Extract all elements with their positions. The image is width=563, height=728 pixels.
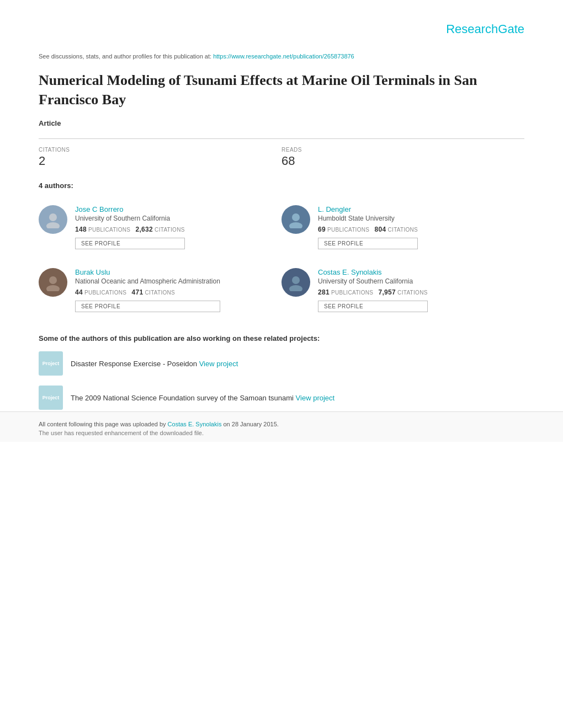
svg-point-4 [49,276,57,284]
author-avatar-3 [39,268,67,297]
project-link-2[interactable]: View project [296,394,335,402]
see-profile-btn-3[interactable]: SEE PROFILE [75,301,220,312]
author-avatar-4 [282,268,310,297]
footer-uploaded-by: All content following this page was uplo… [39,421,166,427]
citations-block: CITATIONS 2 [39,147,282,168]
project-item-1: Project Disaster Response Exercise - Pos… [39,351,524,376]
author-info-2: L. Dengler Humboldt State University 69 … [318,205,418,249]
author-institution-3: National Oceanic and Atmospheric Adminis… [75,277,220,285]
project-text-1: Disaster Response Exercise - Poseidon Vi… [71,360,238,368]
footer-note: The user has requested enhancement of th… [39,430,524,436]
footer: All content following this page was uplo… [0,411,563,442]
see-profile-btn-4[interactable]: SEE PROFILE [318,301,428,312]
reads-value: 68 [282,154,524,168]
svg-point-2 [292,213,300,221]
author-avatar-1 [39,205,67,234]
svg-point-1 [46,222,60,228]
stats-row: CITATIONS 2 READS 68 [39,147,524,168]
author-name-3[interactable]: Burak Uslu [75,268,220,276]
author-card-3: Burak Uslu National Oceanic and Atmosphe… [39,263,282,325]
header: ResearchGate [39,22,524,36]
authors-grid: Jose C Borrero University of Southern Ca… [39,200,524,325]
see-profile-btn-2[interactable]: SEE PROFILE [318,238,418,249]
related-projects-heading: Some of the authors of this publication … [39,334,524,342]
publication-title: Numerical Modeling of Tsunami Effects at… [39,71,524,109]
author-name-1[interactable]: Jose C Borrero [75,205,185,213]
author-name-2[interactable]: L. Dengler [318,205,418,213]
author-institution-2: Humboldt State University [318,215,418,222]
project-link-1[interactable]: View project [199,360,238,368]
citations-value: 2 [39,154,282,168]
project-title-1: Disaster Response Exercise - Poseidon [71,360,197,368]
citations-label: CITATIONS [39,147,282,153]
author-institution-1: University of Southern California [75,215,185,222]
footer-upload-text: All content following this page was uplo… [39,421,524,427]
project-title-2: The 2009 National Science Foundation sur… [71,394,294,402]
see-discussions-bar: See discussions, stats, and author profi… [39,53,524,60]
author-stats-4: 281 PUBLICATIONS 7,957 CITATIONS [318,288,428,296]
svg-point-6 [292,276,300,284]
author-avatar-2 [282,205,310,234]
author-name-4[interactable]: Costas E. Synolakis [318,268,428,276]
author-stats-2: 69 PUBLICATIONS 804 CITATIONS [318,226,418,233]
publication-type: Article [39,119,524,127]
author-stats-3: 44 PUBLICATIONS 471 CITATIONS [75,288,220,296]
researchgate-logo: ResearchGate [446,22,524,36]
publication-url[interactable]: https://www.researchgate.net/publication… [213,53,354,60]
project-icon-1: Project [39,351,63,376]
project-icon-2: Project [39,386,63,410]
svg-point-3 [289,222,302,228]
author-stats-1: 148 PUBLICATIONS 2,632 CITATIONS [75,226,185,233]
see-discussions-text: See discussions, stats, and author profi… [39,53,211,60]
author-info-4: Costas E. Synolakis University of Southe… [318,268,428,312]
footer-uploader-link[interactable]: Costas E. Synolakis [168,421,222,427]
divider-1 [39,138,524,139]
author-card-2: L. Dengler Humboldt State University 69 … [282,200,524,263]
author-card-4: Costas E. Synolakis University of Southe… [282,263,524,325]
reads-block: READS 68 [282,147,524,168]
author-institution-4: University of Southern California [318,277,428,285]
project-item-2: Project The 2009 National Science Founda… [39,386,524,410]
svg-point-7 [289,285,302,291]
authors-heading: 4 authors: [39,181,524,190]
author-info-3: Burak Uslu National Oceanic and Atmosphe… [75,268,220,312]
svg-point-0 [49,213,57,221]
project-text-2: The 2009 National Science Foundation sur… [71,394,334,402]
svg-point-5 [46,285,60,291]
footer-upload-date: on 28 January 2015. [224,421,279,427]
reads-label: READS [282,147,524,153]
see-profile-btn-1[interactable]: SEE PROFILE [75,238,185,249]
author-card-1: Jose C Borrero University of Southern Ca… [39,200,282,263]
author-info-1: Jose C Borrero University of Southern Ca… [75,205,185,249]
